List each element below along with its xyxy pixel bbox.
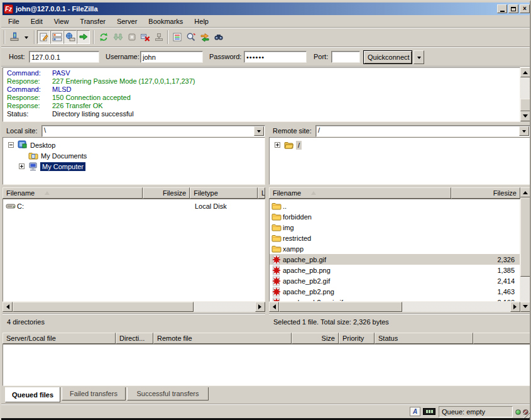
queue-list[interactable] xyxy=(3,344,530,386)
remote-file-list[interactable]: .. forbidden img restricted xampp apache… xyxy=(269,199,520,302)
file-row[interactable]: apache_pb2.gif 2,414 xyxy=(270,275,520,286)
file-row-c-drive[interactable]: C: Local Disk xyxy=(3,201,265,211)
remote-vscrollbar[interactable] xyxy=(520,187,530,312)
scroll-down-button[interactable] xyxy=(520,111,530,121)
scroll-down-button[interactable] xyxy=(520,302,530,312)
column-size[interactable]: Size xyxy=(292,333,339,344)
menu-view[interactable]: View xyxy=(48,16,75,27)
column-filetype[interactable]: Filetype xyxy=(190,187,258,199)
minimize-button[interactable] xyxy=(497,4,507,13)
scrollbar-track[interactable] xyxy=(520,77,530,99)
local-tree[interactable]: Desktop My Documents My Computer xyxy=(3,137,265,185)
cancel-button[interactable] xyxy=(125,30,138,44)
local-file-list[interactable]: C: Local Disk xyxy=(3,199,265,302)
scroll-left-button[interactable] xyxy=(3,302,13,312)
tab-successful-transfers[interactable]: Successful transfers xyxy=(127,387,209,401)
synchronized-browsing-button[interactable] xyxy=(198,30,211,44)
menu-bookmarks[interactable]: Bookmarks xyxy=(143,16,189,27)
toolbar-grip[interactable] xyxy=(4,30,5,44)
remote-site-dropdown-button[interactable] xyxy=(519,126,529,136)
tree-item-desktop[interactable]: Desktop xyxy=(8,140,55,150)
tree-item-my-computer[interactable]: My Computer xyxy=(19,161,85,172)
log-scrollbar[interactable] xyxy=(520,67,530,122)
remote-site-combobox[interactable]: / xyxy=(315,125,530,137)
speed-limit-indicator-icon[interactable] xyxy=(423,408,435,415)
local-site-dropdown-button[interactable] xyxy=(254,126,264,136)
disconnect-button[interactable] xyxy=(138,30,151,44)
file-row[interactable]: xampp xyxy=(270,243,520,254)
column-direction[interactable]: Directi... xyxy=(116,333,153,344)
quickconnect-dropdown-button[interactable] xyxy=(413,50,424,64)
remote-hscrollbar[interactable] xyxy=(269,302,520,312)
menu-help[interactable]: Help xyxy=(189,16,214,27)
reconnect-button[interactable] xyxy=(152,30,165,44)
close-button[interactable]: × xyxy=(520,4,530,13)
menu-file[interactable]: File xyxy=(3,16,25,27)
filter-button[interactable] xyxy=(170,30,183,44)
password-input[interactable] xyxy=(244,51,307,63)
scroll-up-button[interactable] xyxy=(520,67,530,77)
column-last-modified[interactable]: L xyxy=(258,187,265,199)
column-filename[interactable]: Filename xyxy=(269,187,451,199)
collapse-icon[interactable] xyxy=(8,142,14,148)
filezilla-app-icon[interactable]: Fz xyxy=(4,4,13,14)
column-filename[interactable]: Filename xyxy=(3,187,143,199)
column-filesize[interactable]: Filesize xyxy=(451,187,520,199)
tab-failed-transfers[interactable]: Failed transfers xyxy=(62,387,126,401)
file-row-selected[interactable]: apache_pb.gif 2,326 xyxy=(270,254,520,265)
menu-transfer[interactable]: Transfer xyxy=(74,16,111,27)
file-row[interactable]: img xyxy=(270,222,520,233)
site-manager-button[interactable] xyxy=(7,30,22,44)
site-manager-dropdown-button[interactable] xyxy=(22,30,31,44)
title-bar[interactable]: Fz john@127.0.0.1 - FileZilla × xyxy=(3,3,531,15)
menu-edit[interactable]: Edit xyxy=(25,16,48,27)
directory-comparison-button[interactable] xyxy=(184,30,197,44)
column-status[interactable]: Status xyxy=(375,333,473,344)
file-row[interactable]: apache_pb2.png 1,463 xyxy=(270,286,520,297)
expand-icon[interactable] xyxy=(19,163,25,169)
refresh-button[interactable] xyxy=(97,30,110,44)
toggle-queue-button[interactable] xyxy=(77,30,90,44)
file-row[interactable]: forbidden xyxy=(270,211,520,222)
scrollbar-track[interactable] xyxy=(194,302,255,312)
tree-item-my-documents[interactable]: My Documents xyxy=(28,150,87,161)
file-row[interactable]: restricted xyxy=(270,233,520,243)
message-log[interactable]: Command:PASV Response:227 Entering Passi… xyxy=(3,67,520,122)
local-site-combobox[interactable]: \ xyxy=(41,125,265,137)
port-input[interactable] xyxy=(331,51,360,63)
scroll-right-button[interactable] xyxy=(255,302,265,312)
username-input[interactable] xyxy=(140,51,203,63)
maximize-button[interactable] xyxy=(508,4,518,13)
toggle-local-tree-button[interactable] xyxy=(50,30,63,44)
host-input[interactable] xyxy=(29,51,99,63)
file-row[interactable]: apache_pb2_ani.gif 2,160 xyxy=(270,297,520,302)
tab-queued-files[interactable]: Queued files xyxy=(5,387,60,402)
column-priority[interactable]: Priority xyxy=(339,333,375,344)
scrollbar-thumb[interactable] xyxy=(520,99,530,111)
remote-tree[interactable]: / xyxy=(269,137,530,185)
column-filesize[interactable]: Filesize xyxy=(143,187,190,199)
column-remote-file[interactable]: Remote file xyxy=(153,333,292,344)
expand-icon[interactable] xyxy=(275,142,280,148)
scroll-right-button[interactable] xyxy=(510,302,520,312)
process-queue-button[interactable] xyxy=(111,30,124,44)
scrollbar-thumb[interactable] xyxy=(13,302,194,312)
file-row[interactable]: apache_pb.png 1,385 xyxy=(270,265,520,275)
scrollbar-thumb[interactable] xyxy=(520,197,530,277)
scrollbar-track[interactable] xyxy=(402,302,510,312)
menu-server[interactable]: Server xyxy=(111,16,143,27)
scrollbar-thumb[interactable] xyxy=(279,302,402,312)
toggle-message-log-button[interactable] xyxy=(37,30,50,44)
scroll-left-button[interactable] xyxy=(269,302,279,312)
tree-item-root[interactable]: / xyxy=(275,140,302,150)
column-server-local-file[interactable]: Server/Local file xyxy=(3,333,116,344)
scroll-up-button[interactable] xyxy=(520,187,530,197)
file-name: apache_pb.gif xyxy=(283,256,326,263)
ascii-datatype-icon[interactable]: A xyxy=(410,407,420,416)
local-hscrollbar[interactable] xyxy=(3,302,265,312)
quickconnect-button[interactable]: Quickconnect xyxy=(363,50,412,64)
find-files-button[interactable] xyxy=(212,30,225,44)
file-row[interactable]: .. xyxy=(270,201,520,211)
scrollbar-track[interactable] xyxy=(520,277,530,302)
toggle-remote-tree-button[interactable] xyxy=(63,30,77,44)
